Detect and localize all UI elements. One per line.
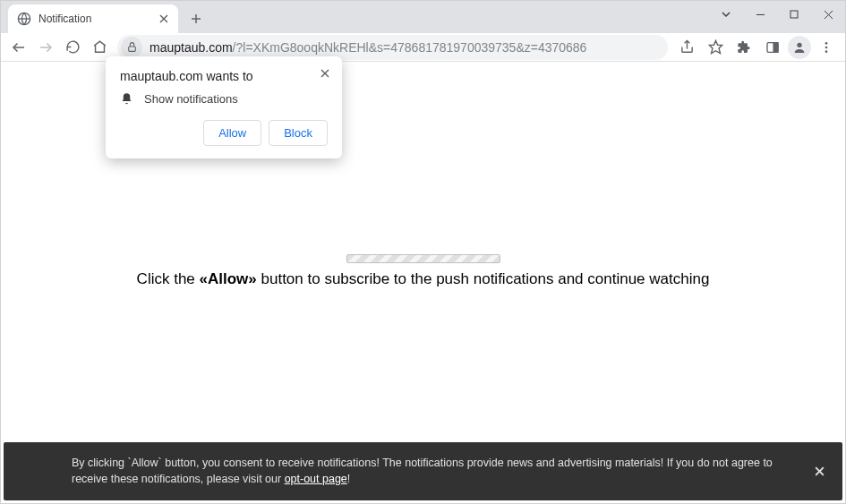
reload-button[interactable] — [60, 35, 85, 60]
instruction-bold: «Allow» — [200, 270, 257, 287]
lock-icon[interactable] — [121, 37, 142, 58]
url-domain: mauptaub.com — [150, 40, 233, 55]
url-text: mauptaub.com/?l=XKmG8ooqkNkREHl&s=478681… — [150, 40, 586, 55]
block-button[interactable]: Block — [269, 120, 328, 146]
consent-close-button[interactable] — [810, 462, 828, 480]
close-icon[interactable] — [317, 65, 333, 81]
instruction-text: Click the «Allow» button to subscribe to… — [137, 270, 710, 288]
globe-icon — [17, 12, 31, 26]
svg-rect-17 — [773, 42, 778, 52]
svg-point-20 — [825, 46, 828, 48]
close-window-button[interactable] — [811, 1, 845, 28]
svg-rect-7 — [790, 11, 798, 18]
tab-title: Notification — [38, 13, 150, 25]
bell-icon — [120, 92, 133, 106]
bookmark-star-icon[interactable] — [702, 35, 729, 60]
profile-avatar[interactable] — [788, 36, 811, 59]
forward-button[interactable] — [33, 35, 58, 60]
url-path: /?l=XKmG8ooqkNkREHl&s=478681781970039735… — [233, 40, 587, 55]
back-button[interactable] — [6, 35, 31, 60]
permission-title: mauptaub.com wants to — [120, 69, 328, 83]
permission-body: Show notifications — [144, 92, 238, 106]
menu-icon[interactable] — [813, 35, 840, 60]
consent-bar: By clicking `Allow` button, you consent … — [4, 442, 842, 501]
share-icon[interactable] — [673, 35, 700, 60]
svg-rect-12 — [128, 47, 135, 51]
new-tab-button[interactable] — [184, 6, 209, 31]
svg-point-19 — [825, 42, 828, 45]
home-button[interactable] — [87, 35, 112, 60]
allow-button[interactable]: Allow — [203, 120, 261, 146]
loading-bar — [346, 254, 500, 263]
instruction-pre: Click the — [137, 270, 200, 287]
notification-permission-popup: mauptaub.com wants to Show notifications… — [106, 56, 342, 158]
extensions-icon[interactable] — [731, 35, 757, 60]
sidepanel-icon[interactable] — [759, 35, 786, 60]
chevron-down-icon[interactable] — [709, 1, 743, 28]
minimize-button[interactable] — [743, 1, 777, 28]
window-controls — [709, 1, 845, 28]
instruction-post: button to subscribe to the push notifica… — [257, 270, 710, 287]
opt-out-link[interactable]: opt-out page — [285, 473, 347, 485]
svg-point-21 — [825, 50, 828, 53]
maximize-button[interactable] — [777, 1, 811, 28]
tab-close-button[interactable] — [157, 12, 171, 26]
svg-point-18 — [797, 42, 801, 47]
svg-marker-14 — [709, 40, 722, 53]
consent-text-post: ! — [347, 473, 350, 485]
browser-tab[interactable]: Notification — [8, 4, 178, 33]
titlebar: Notification — [1, 1, 845, 33]
consent-text-pre: By clicking `Allow` button, you consent … — [72, 457, 773, 486]
